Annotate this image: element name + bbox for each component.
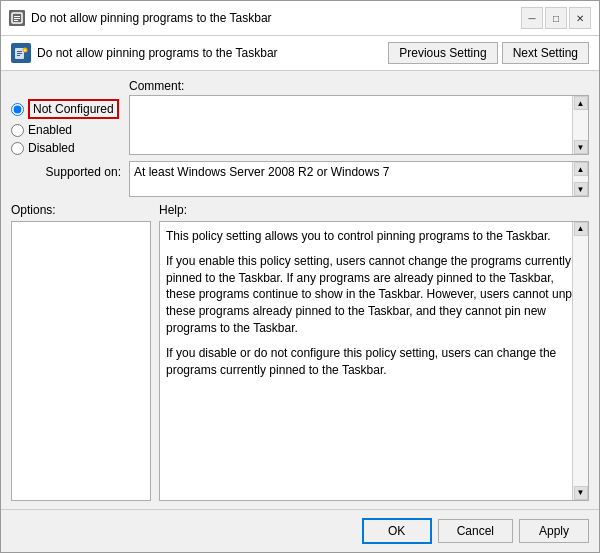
window-title: Do not allow pinning programs to the Tas… [31,11,515,25]
radio-group: Not Configured Enabled Disabled [11,79,121,155]
enabled-radio[interactable] [11,124,24,137]
supported-value: At least Windows Server 2008 R2 or Windo… [134,165,389,179]
help-text: This policy setting allows you to contro… [166,228,582,378]
not-configured-label: Not Configured [28,99,119,119]
help-scrollbar[interactable]: ▲ ▼ [572,222,588,500]
footer: OK Cancel Apply [1,509,599,552]
supported-section: Supported on: At least Windows Server 20… [11,161,589,197]
help-scroll-track [573,236,588,486]
scroll-track [573,110,588,140]
comment-section: Comment: ▲ ▼ [129,79,589,155]
supported-scrollbar[interactable]: ▲ ▼ [572,162,588,196]
header-bar: Do not allow pinning programs to the Tas… [1,36,599,71]
svg-rect-2 [14,18,20,19]
options-box [11,221,151,501]
options-label: Options: [11,203,151,217]
window-icon [9,10,25,26]
comment-scrollbar[interactable]: ▲ ▼ [572,96,588,154]
header-left: Do not allow pinning programs to the Tas… [11,43,278,63]
svg-rect-9 [25,49,26,51]
comment-label: Comment: [129,79,589,93]
supported-scroll-up[interactable]: ▲ [574,162,588,176]
enabled-label: Enabled [28,123,72,137]
svg-rect-1 [14,16,20,17]
disabled-radio[interactable] [11,142,24,155]
help-label: Help: [159,203,589,217]
apply-button[interactable]: Apply [519,519,589,543]
scroll-down-arrow[interactable]: ▼ [574,140,588,154]
svg-rect-6 [17,53,22,54]
header-title: Do not allow pinning programs to the Tas… [37,46,278,60]
supported-label: Supported on: [11,161,121,179]
cancel-button[interactable]: Cancel [438,519,513,543]
scroll-up-arrow[interactable]: ▲ [574,96,588,110]
help-scroll-up[interactable]: ▲ [574,222,588,236]
not-configured-option[interactable]: Not Configured [11,99,121,119]
next-setting-button[interactable]: Next Setting [502,42,589,64]
svg-rect-5 [17,51,22,52]
enabled-option[interactable]: Enabled [11,123,121,137]
svg-point-10 [25,51,26,52]
content-area: Not Configured Enabled Disabled Comment:… [1,71,599,509]
prev-setting-button[interactable]: Previous Setting [388,42,497,64]
maximize-button[interactable]: □ [545,7,567,29]
comment-box[interactable]: ▲ ▼ [129,95,589,155]
disabled-label: Disabled [28,141,75,155]
disabled-option[interactable]: Disabled [11,141,121,155]
help-scroll-down[interactable]: ▼ [574,486,588,500]
main-window: Do not allow pinning programs to the Tas… [0,0,600,553]
ok-button[interactable]: OK [362,518,432,544]
options-panel: Options: [11,203,151,501]
supported-box: At least Windows Server 2008 R2 or Windo… [129,161,589,197]
top-section: Not Configured Enabled Disabled Comment:… [11,79,589,155]
close-button[interactable]: ✕ [569,7,591,29]
svg-rect-7 [17,55,20,56]
header-nav-buttons: Previous Setting Next Setting [388,42,589,64]
not-configured-radio[interactable] [11,103,24,116]
title-bar: Do not allow pinning programs to the Tas… [1,1,599,36]
help-panel: Help: This policy setting allows you to … [159,203,589,501]
help-box: This policy setting allows you to contro… [159,221,589,501]
policy-icon [11,43,31,63]
supported-scroll-down[interactable]: ▼ [574,182,588,196]
main-panels: Options: Help: This policy setting allow… [11,203,589,501]
minimize-button[interactable]: ─ [521,7,543,29]
title-bar-controls: ─ □ ✕ [521,7,591,29]
svg-rect-3 [14,20,18,21]
